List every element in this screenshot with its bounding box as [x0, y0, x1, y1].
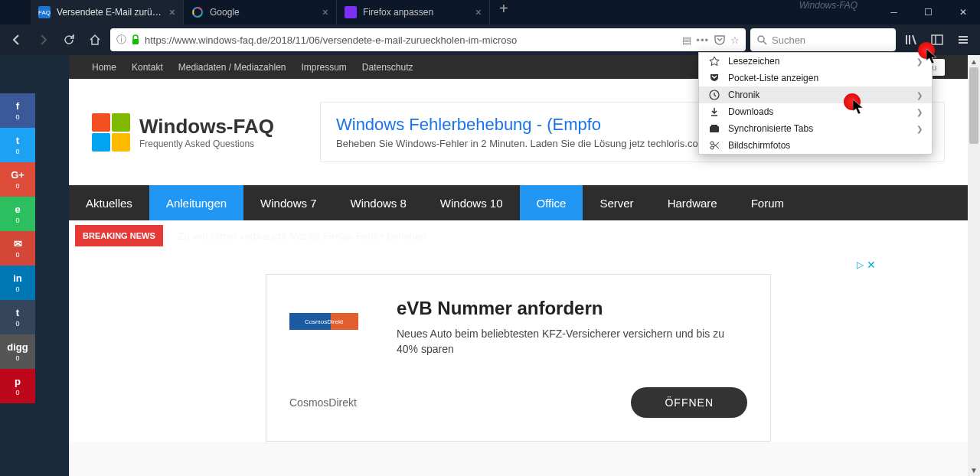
svg-rect-7	[932, 35, 942, 44]
topnav-link[interactable]: Kontakt	[132, 62, 163, 73]
topnav-link[interactable]: Datenschutz	[362, 62, 413, 73]
mainnav-item[interactable]: Forum	[734, 185, 801, 220]
ad-close-icon[interactable]: ✕	[867, 259, 876, 271]
share-count: 0	[15, 251, 19, 259]
social-evernote-button[interactable]: e0	[0, 197, 35, 231]
chevron-right-icon: ❯	[916, 108, 923, 116]
scroll-down-button[interactable]: ▼	[968, 464, 980, 476]
address-bar[interactable]: ⓘ https://www.windows-faq.de/2018/11/06/…	[110, 28, 746, 51]
topnav-link[interactable]: Impressum	[301, 62, 346, 73]
favicon-faq-icon: FAQ	[38, 6, 51, 18]
close-icon[interactable]: ×	[322, 6, 328, 18]
breaking-news-text[interactable]: Zu viel Strom verbraucht Mozilla Firefox…	[178, 230, 426, 242]
maximize-button[interactable]: ☐	[911, 0, 946, 24]
vertical-scrollbar[interactable]: ▲ ▼	[968, 55, 980, 476]
social-email-button[interactable]: ✉0	[0, 231, 35, 266]
social-facebook-button[interactable]: f0	[0, 93, 35, 128]
window-titlebar: Windows-FAQ FAQ Versendete E-Mail zurück…	[0, 0, 980, 24]
scroll-thumb[interactable]	[969, 67, 978, 144]
ad-logo-icon: CosmosDirekt	[289, 313, 358, 330]
menu-item-label: Lesezeichen	[728, 56, 916, 67]
menu-item-label: Synchronisierte Tabs	[728, 123, 916, 134]
library-menu-item[interactable]: Synchronisierte Tabs❯	[699, 120, 932, 137]
tab-2[interactable]: Google ×	[184, 0, 337, 24]
reload-button[interactable]	[58, 29, 80, 51]
menu-item-label: Pocket-Liste anzeigen	[728, 73, 923, 83]
download-icon	[708, 106, 720, 118]
topnav-link[interactable]: Home	[92, 62, 116, 73]
new-tab-button[interactable]: +	[490, 0, 518, 24]
share-count: 0	[15, 354, 19, 362]
advertisement[interactable]: CosmosDirekt eVB Nummer anfordern Neues …	[266, 274, 771, 442]
tab-3[interactable]: Firefox anpassen ×	[337, 0, 490, 24]
share-count: 0	[15, 217, 19, 224]
menu-button[interactable]	[952, 29, 974, 51]
search-box[interactable]: Suchen	[750, 28, 896, 51]
ad-container: ▷ ✕ CosmosDirekt eVB Nummer anfordern Ne…	[69, 251, 968, 442]
mainnav-item[interactable]: Windows 7	[243, 185, 333, 220]
library-menu-item[interactable]: Pocket-Liste anzeigen	[699, 70, 932, 86]
mainnav-item[interactable]: Windows 8	[333, 185, 423, 220]
home-button[interactable]	[84, 29, 106, 51]
mainnav-item[interactable]: Anleitungen	[149, 185, 243, 220]
tabs-icon	[708, 122, 720, 135]
back-button[interactable]	[6, 29, 28, 51]
window-controls: ─ ☐ ✕	[877, 0, 980, 24]
linkedin-icon: in	[13, 272, 22, 284]
share-count: 0	[15, 285, 19, 293]
ad-body: Neues Auto beim beliebtesten KFZ-Versich…	[397, 327, 747, 357]
mainnav-item[interactable]: Aktuelles	[69, 185, 149, 220]
breaking-news-badge: BREAKING NEWS	[75, 225, 163, 246]
menu-item-label: Bildschirmfotos	[728, 140, 923, 151]
scissors-icon	[708, 139, 720, 152]
social-twitter-button[interactable]: t0	[0, 128, 35, 162]
tab-title: Versendete E-Mail zurückholen	[57, 7, 163, 18]
svg-point-16	[710, 146, 714, 149]
main-navigation: AktuellesAnleitungenWindows 7Windows 8Wi…	[69, 185, 968, 220]
library-menu-item[interactable]: Downloads❯	[699, 103, 932, 120]
bookmark-star-icon[interactable]: ☆	[730, 34, 740, 46]
social-tumblr-button[interactable]: t0	[0, 300, 35, 334]
social-share-bar: f0t0G+0e0✉0in0t0digg0p0	[0, 93, 35, 403]
favicon-firefox-icon	[345, 6, 357, 18]
close-icon[interactable]: ×	[169, 6, 175, 18]
page-actions-icon[interactable]: •••	[696, 34, 709, 46]
minimize-button[interactable]: ─	[877, 0, 911, 24]
pocket-icon[interactable]	[714, 34, 726, 45]
scroll-up-button[interactable]: ▲	[968, 55, 980, 67]
site-logo[interactable]: Windows-FAQ Frequently Asked Questions	[92, 113, 274, 152]
close-icon[interactable]: ×	[475, 6, 482, 18]
topnav-link[interactable]: Mediadaten / Mediazahlen	[178, 62, 286, 73]
social-digg-button[interactable]: digg0	[0, 334, 35, 369]
close-window-button[interactable]: ✕	[946, 0, 980, 24]
mainnav-item[interactable]: Hardware	[651, 185, 734, 220]
evernote-icon: e	[15, 204, 20, 215]
svg-point-15	[710, 142, 714, 145]
info-icon[interactable]: ⓘ	[116, 33, 126, 47]
ad-headline: eVB Nummer anfordern	[397, 298, 747, 319]
logo-squares-icon	[92, 113, 130, 152]
site-title: Windows-FAQ	[139, 115, 274, 139]
library-button[interactable]	[900, 29, 922, 51]
tab-1[interactable]: FAQ Versendete E-Mail zurückholen ×	[31, 0, 184, 24]
ad-cta-button[interactable]: ÖFFNEN	[631, 387, 747, 418]
social-google-plus-button[interactable]: G+0	[0, 162, 35, 197]
mainnav-item[interactable]: Server	[583, 185, 650, 220]
library-menu-item[interactable]: Chronik❯	[699, 86, 932, 103]
svg-line-3	[763, 41, 766, 44]
email-icon: ✉	[14, 238, 22, 249]
reader-mode-icon[interactable]: ▤	[682, 34, 691, 46]
mainnav-item[interactable]: Office	[520, 185, 583, 220]
adchoices-icon[interactable]: ▷	[857, 259, 864, 270]
url-text: https://www.windows-faq.de/2018/11/06/ve…	[145, 34, 678, 46]
library-menu-item[interactable]: Lesezeichen❯	[699, 53, 932, 70]
library-menu-item[interactable]: Bildschirmfotos	[699, 137, 932, 154]
mainnav-item[interactable]: Windows 10	[423, 185, 520, 220]
social-linkedin-button[interactable]: in0	[0, 266, 35, 300]
forward-button[interactable]	[32, 29, 54, 51]
sidebar-button[interactable]	[926, 29, 948, 51]
pocket-icon	[708, 72, 720, 84]
social-pinterest-button[interactable]: p0	[0, 369, 35, 403]
svg-rect-14	[711, 125, 717, 126]
search-icon	[756, 34, 767, 45]
